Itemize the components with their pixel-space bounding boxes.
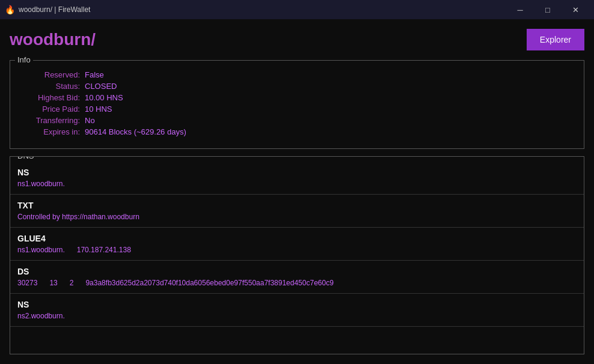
dns-record-type: DS (17, 267, 577, 276)
info-row: Transferring:No (20, 116, 574, 125)
title-bar-title: woodburn/ | FireWallet (19, 5, 90, 14)
dns-record: NSns2.woodburn. (10, 294, 584, 327)
dns-record-type: TXT (17, 201, 577, 210)
dns-record-value: Controlled by https://nathan.woodburn (17, 213, 139, 221)
dns-scroll-area[interactable]: NSns1.woodburn.TXTControlled by https://… (10, 162, 584, 354)
dns-record-values: Controlled by https://nathan.woodburn (17, 213, 577, 221)
info-row: Reserved:False (20, 70, 574, 79)
info-value: 10 HNS (85, 105, 112, 114)
info-value: False (85, 70, 104, 79)
info-label: Transferring: (20, 116, 80, 125)
info-value: 10.00 HNS (85, 93, 123, 102)
dns-record-values: ns1.woodburn. (17, 180, 577, 188)
info-row: Expires in:90614 Blocks (~629.26 days) (20, 127, 574, 136)
info-row: Status:CLOSED (20, 82, 574, 91)
app-icon: 🔥 (5, 5, 15, 14)
dns-record-type: GLUE4 (17, 234, 577, 243)
dns-record-value: 13 (49, 279, 57, 287)
dns-record-values: ns2.woodburn. (17, 312, 577, 320)
info-section: Info Reserved:FalseStatus:CLOSEDHighest … (10, 60, 584, 149)
dns-record: GLUE4ns1.woodburn.170.187.241.138 (10, 228, 584, 261)
dns-record: NSns1.woodburn. (10, 162, 584, 195)
info-section-label: Info (15, 55, 33, 64)
explorer-button[interactable]: Explorer (527, 29, 584, 50)
info-table: Reserved:FalseStatus:CLOSEDHighest Bid:1… (20, 70, 574, 136)
info-label: Expires in: (20, 127, 80, 136)
app-title: woodburn/ (10, 30, 96, 49)
info-value: CLOSED (85, 82, 117, 91)
dns-record-value: 9a3a8fb3d625d2a2073d740f10da6056ebed0e97… (85, 279, 333, 287)
dns-record-value: 30273 (17, 279, 37, 287)
dns-record-type: NS (17, 300, 577, 309)
dns-record-value: ns1.woodburn. (17, 180, 65, 188)
info-row: Price Paid:10 HNS (20, 105, 574, 114)
dns-record-values: 302731329a3a8fb3d625d2a2073d740f10da6056… (17, 279, 577, 287)
dns-record: TXTControlled by https://nathan.woodburn (10, 195, 584, 228)
dns-record-value: ns2.woodburn. (17, 312, 65, 320)
maximize-button[interactable]: □ (534, 0, 562, 19)
info-label: Highest Bid: (20, 93, 80, 102)
header-row: woodburn/ Explorer (10, 29, 584, 50)
title-bar-left: 🔥 woodburn/ | FireWallet (5, 5, 90, 14)
info-label: Price Paid: (20, 105, 80, 114)
dns-record: DS302731329a3a8fb3d625d2a2073d740f10da60… (10, 261, 584, 294)
dns-record-values: ns1.woodburn.170.187.241.138 (17, 246, 577, 254)
info-label: Status: (20, 82, 80, 91)
info-row: Highest Bid:10.00 HNS (20, 93, 574, 102)
dns-record-value: 170.187.241.138 (77, 246, 131, 254)
close-button[interactable]: ✕ (562, 0, 589, 19)
title-bar: 🔥 woodburn/ | FireWallet ─ □ ✕ (0, 0, 594, 19)
title-bar-controls: ─ □ ✕ (506, 0, 589, 19)
dns-record-value: 2 (70, 279, 74, 287)
dns-section-label: DNS (15, 156, 36, 160)
minimize-button[interactable]: ─ (506, 0, 534, 19)
info-value: 90614 Blocks (~629.26 days) (85, 127, 186, 136)
dns-record-type: NS (17, 168, 577, 177)
info-label: Reserved: (20, 70, 80, 79)
main-content: woodburn/ Explorer Info Reserved:FalseSt… (0, 19, 594, 364)
info-value: No (85, 116, 95, 125)
dns-record-value: ns1.woodburn. (17, 246, 65, 254)
dns-section: DNS NSns1.woodburn.TXTControlled by http… (10, 156, 584, 354)
